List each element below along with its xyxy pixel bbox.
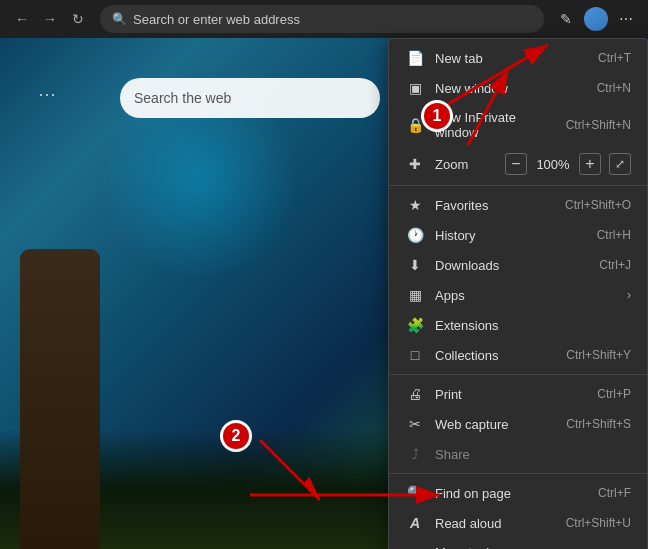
menu-item-inprivate[interactable]: 🔒 New InPrivate window Ctrl+Shift+N	[389, 103, 647, 147]
print-icon: 🖨	[405, 386, 425, 402]
menu-item-web-capture[interactable]: ✂ Web capture Ctrl+Shift+S	[389, 409, 647, 439]
favorites-icon: ★	[405, 197, 425, 213]
star-icon[interactable]: ✎	[552, 5, 580, 33]
menu-item-more-tools[interactable]: More tools ›	[389, 538, 647, 549]
profile-button[interactable]	[582, 5, 610, 33]
find-label: Find on page	[435, 486, 590, 501]
zoom-icon: ✚	[405, 156, 425, 172]
new-tab-shortcut: Ctrl+T	[598, 51, 631, 65]
downloads-icon: ⬇	[405, 257, 425, 273]
read-aloud-shortcut: Ctrl+Shift+U	[566, 516, 631, 530]
new-tab-label: New tab	[435, 51, 590, 66]
menu-item-new-window[interactable]: ▣ New window Ctrl+N	[389, 73, 647, 103]
find-icon: 🔍	[405, 485, 425, 501]
toolbar-right: ✎ ⋯	[552, 5, 640, 33]
inprivate-label: New InPrivate window	[435, 110, 558, 140]
web-capture-label: Web capture	[435, 417, 558, 432]
refresh-button[interactable]: ↻	[64, 5, 92, 33]
menu-item-downloads[interactable]: ⬇ Downloads Ctrl+J	[389, 250, 647, 280]
print-shortcut: Ctrl+P	[597, 387, 631, 401]
share-icon: ⤴	[405, 446, 425, 462]
menu-item-extensions[interactable]: 🧩 Extensions	[389, 310, 647, 340]
search-bar-text: Search the web	[134, 90, 231, 106]
menu-item-print[interactable]: 🖨 Print Ctrl+P	[389, 379, 647, 409]
print-label: Print	[435, 387, 589, 402]
menu-divider-2	[389, 374, 647, 375]
history-shortcut: Ctrl+H	[597, 228, 631, 242]
new-window-shortcut: Ctrl+N	[597, 81, 631, 95]
inprivate-icon: 🔒	[405, 117, 425, 133]
browser-toolbar: ← → ↻ 🔍 Search or enter web address ✎ ⋯	[0, 0, 648, 38]
address-search-icon: 🔍	[112, 12, 127, 26]
zoom-expand-button[interactable]: ⤢	[609, 153, 631, 175]
more-button[interactable]: ⋯	[612, 5, 640, 33]
read-aloud-label: Read aloud	[435, 516, 558, 531]
menu-item-history[interactable]: 🕐 History Ctrl+H	[389, 220, 647, 250]
find-shortcut: Ctrl+F	[598, 486, 631, 500]
menu-item-read-aloud[interactable]: A Read aloud Ctrl+Shift+U	[389, 508, 647, 538]
menu-item-new-tab[interactable]: 📄 New tab Ctrl+T	[389, 43, 647, 73]
forward-button[interactable]: →	[36, 5, 64, 33]
collections-icon: □	[405, 347, 425, 363]
context-menu: 📄 New tab Ctrl+T ▣ New window Ctrl+N 🔒 N…	[388, 38, 648, 549]
address-bar-text: Search or enter web address	[133, 12, 300, 27]
web-capture-shortcut: Ctrl+Shift+S	[566, 417, 631, 431]
extensions-icon: 🧩	[405, 317, 425, 333]
new-tab-icon: 📄	[405, 50, 425, 66]
collections-label: Collections	[435, 348, 558, 363]
read-aloud-icon: A	[405, 515, 425, 531]
menu-item-favorites[interactable]: ★ Favorites Ctrl+Shift+O	[389, 190, 647, 220]
zoom-row: ✚ Zoom − 100% + ⤢	[389, 147, 647, 181]
search-bar[interactable]: Search the web	[120, 78, 380, 118]
zoom-value: 100%	[535, 157, 571, 172]
extensions-label: Extensions	[435, 318, 631, 333]
inprivate-shortcut: Ctrl+Shift+N	[566, 118, 631, 132]
new-window-icon: ▣	[405, 80, 425, 96]
apps-label: Apps	[435, 288, 623, 303]
menu-item-collections[interactable]: □ Collections Ctrl+Shift+Y	[389, 340, 647, 370]
address-bar[interactable]: 🔍 Search or enter web address	[100, 5, 544, 33]
search-bar-container: Search the web	[120, 78, 380, 118]
web-capture-icon: ✂	[405, 416, 425, 432]
history-icon: 🕐	[405, 227, 425, 243]
downloads-shortcut: Ctrl+J	[599, 258, 631, 272]
more-tools-chevron: ›	[627, 546, 631, 550]
new-window-label: New window	[435, 81, 589, 96]
menu-item-share[interactable]: ⤴ Share	[389, 439, 647, 469]
profile-avatar	[584, 7, 608, 31]
apps-grid-icon[interactable]: ⋯	[38, 83, 56, 105]
apps-icon: ▦	[405, 287, 425, 303]
zoom-controls: − 100% + ⤢	[505, 153, 631, 175]
menu-item-find[interactable]: 🔍 Find on page Ctrl+F	[389, 478, 647, 508]
zoom-label: Zoom	[435, 157, 505, 172]
menu-item-apps[interactable]: ▦ Apps ›	[389, 280, 647, 310]
apps-chevron: ›	[627, 288, 631, 302]
share-label: Share	[435, 447, 631, 462]
menu-divider-3	[389, 473, 647, 474]
favorites-shortcut: Ctrl+Shift+O	[565, 198, 631, 212]
more-tools-label: More tools	[435, 545, 623, 549]
history-label: History	[435, 228, 589, 243]
downloads-label: Downloads	[435, 258, 591, 273]
favorites-label: Favorites	[435, 198, 557, 213]
menu-divider-1	[389, 185, 647, 186]
collections-shortcut: Ctrl+Shift+Y	[566, 348, 631, 362]
zoom-plus-button[interactable]: +	[579, 153, 601, 175]
zoom-minus-button[interactable]: −	[505, 153, 527, 175]
back-button[interactable]: ←	[8, 5, 36, 33]
